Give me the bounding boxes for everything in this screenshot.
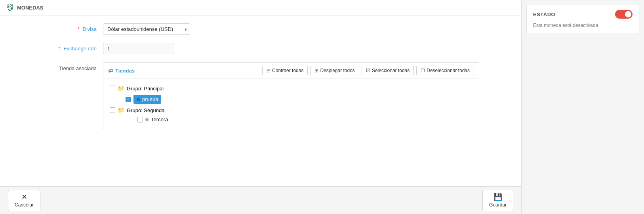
divisa-row: * Divisa Dólar estadounidense (USD) Euro… (16, 23, 505, 35)
exchange-rate-input[interactable] (103, 43, 174, 54)
prueba-item-selected[interactable]: prueba (133, 95, 161, 104)
estado-card: ESTADO Esta moneda está desactivada (526, 5, 639, 33)
exchange-required: * (58, 46, 60, 52)
folder-icon: 📁 (118, 85, 124, 92)
exchange-rate-control (103, 43, 505, 54)
estado-toggle[interactable] (615, 10, 633, 19)
tienda-title: 🏷 Tiendas (108, 68, 135, 74)
prueba-dot (137, 98, 140, 101)
page-title: MONEDAS (17, 5, 43, 11)
list-item: 📁 Grupo: Principal (110, 84, 473, 93)
tienda-row: Tienda asociada 🏷 Tiendas ⊟ (16, 62, 505, 129)
tienda-container: 🏷 Tiendas ⊟ Contraer todas ⊞ D (103, 62, 479, 129)
divisa-select[interactable]: Dólar estadounidense (USD) Euro (EUR) Li… (103, 23, 190, 35)
tienda-control: 🏷 Tiendas ⊟ Contraer todas ⊞ D (103, 62, 505, 129)
prueba-checkbox[interactable]: ✓ (126, 97, 131, 102)
divisa-control: Dólar estadounidense (USD) Euro (EUR) Li… (103, 23, 505, 35)
monedas-icon: 💱 (6, 4, 14, 11)
estado-description: Esta moneda está desactivada (533, 23, 633, 28)
check-square-icon: ☑ (366, 68, 370, 73)
grupo-segunda-checkbox[interactable] (110, 107, 115, 113)
footer-bar: ✕ Cancelar 💾 Guardar (0, 186, 521, 214)
tienda-actions: ⊟ Contraer todas ⊞ Desplegar todos ☑ Sel… (262, 66, 474, 75)
estado-header: ESTADO (533, 10, 633, 19)
divisa-select-wrapper: Dólar estadounidense (USD) Euro (EUR) Li… (103, 23, 190, 35)
toggle-slider (615, 10, 633, 19)
divisa-required: * (78, 26, 80, 32)
tercera-checkbox[interactable] (137, 117, 143, 122)
divisa-link[interactable]: Divisa (83, 26, 97, 32)
guardar-button[interactable]: 💾 Guardar (482, 190, 513, 211)
tienda-label: Tienda asociada (16, 62, 103, 71)
contraer-todas-button[interactable]: ⊟ Contraer todas (262, 66, 308, 75)
deseleccionar-todas-button[interactable]: ☐ Deseleccionar todas (416, 66, 474, 75)
right-panel: ESTADO Esta moneda está desactivada (521, 0, 644, 214)
save-icon: 💾 (493, 193, 502, 201)
tienda-tree: 📁 Grupo: Principal ✓ prueba (103, 79, 479, 129)
exchange-rate-row: * Exchange rate (16, 43, 505, 54)
divisa-label: * Divisa (16, 26, 103, 32)
cancelar-button[interactable]: ✕ Cancelar (8, 190, 40, 211)
folder-icon-segunda: 📁 (118, 107, 124, 113)
cancel-icon: ✕ (21, 193, 27, 201)
desplegar-todos-button[interactable]: ⊞ Desplegar todos (310, 66, 359, 75)
plus-square-icon: ⊞ (314, 68, 318, 73)
seleccionar-todas-button[interactable]: ☑ Seleccionar todas (362, 66, 414, 75)
list-item: Tercera (137, 115, 473, 124)
list-item: 📁 Grupo: Segunda (110, 105, 473, 115)
tag-icon: 🏷 (108, 68, 113, 74)
exchange-rate-label: * Exchange rate (16, 46, 103, 52)
list-item: ✓ prueba (126, 93, 473, 105)
grupo-principal-checkbox[interactable] (110, 86, 115, 91)
estado-title: ESTADO (533, 11, 555, 17)
tercera-dot (145, 118, 149, 121)
page-header: 💱 MONEDAS (0, 0, 521, 15)
empty-square-icon: ☐ (421, 68, 425, 73)
exchange-rate-link[interactable]: Exchange rate (63, 46, 97, 52)
minus-square-icon: ⊟ (267, 68, 271, 73)
tienda-header: 🏷 Tiendas ⊟ Contraer todas ⊞ D (103, 63, 479, 79)
